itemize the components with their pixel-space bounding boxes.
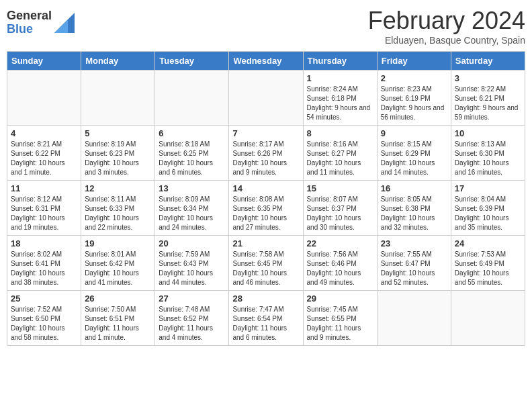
day-number: 17 [455,183,521,193]
weekday-header-friday: Friday [377,52,451,71]
day-number: 14 [232,183,299,193]
calendar-cell: 10Sunrise: 8:13 AMSunset: 6:30 PMDayligh… [451,126,525,181]
day-number: 24 [455,238,521,248]
title-area: February 2024 Elduayen, Basque Country, … [368,7,525,46]
day-number: 4 [11,128,77,138]
calendar-week-4: 18Sunrise: 8:02 AMSunset: 6:41 PMDayligh… [7,236,525,291]
day-number: 22 [307,238,373,248]
day-number: 12 [85,183,151,193]
calendar-cell [81,71,155,126]
calendar-cell [451,291,525,346]
day-info: Sunrise: 8:17 AMSunset: 6:26 PMDaylight:… [232,140,299,177]
calendar-cell: 1Sunrise: 8:24 AMSunset: 6:18 PMDaylight… [303,71,377,126]
day-number: 9 [381,128,447,138]
day-number: 13 [159,183,225,193]
day-number: 18 [11,238,77,248]
day-number: 29 [307,293,373,304]
calendar-cell: 20Sunrise: 7:59 AMSunset: 6:43 PMDayligh… [155,236,229,291]
day-info: Sunrise: 7:56 AMSunset: 6:46 PMDaylight:… [307,250,373,287]
logo-blue: Blue [7,23,52,36]
day-info: Sunrise: 7:53 AMSunset: 6:49 PMDaylight:… [455,250,521,287]
calendar-cell: 25Sunrise: 7:52 AMSunset: 6:50 PMDayligh… [7,291,81,346]
day-info: Sunrise: 8:11 AMSunset: 6:33 PMDaylight:… [85,195,151,232]
calendar-week-1: 1Sunrise: 8:24 AMSunset: 6:18 PMDaylight… [7,71,525,126]
day-number: 7 [232,128,299,138]
day-number: 27 [159,293,225,304]
calendar-week-3: 11Sunrise: 8:12 AMSunset: 6:31 PMDayligh… [7,181,525,236]
day-info: Sunrise: 7:52 AMSunset: 6:50 PMDaylight:… [11,305,77,342]
day-info: Sunrise: 7:59 AMSunset: 6:43 PMDaylight:… [159,250,225,287]
day-info: Sunrise: 8:07 AMSunset: 6:37 PMDaylight:… [307,195,373,232]
day-number: 21 [232,238,299,248]
day-number: 15 [307,183,373,193]
calendar-cell [7,71,81,126]
svg-marker-1 [54,19,68,33]
calendar-cell: 7Sunrise: 8:17 AMSunset: 6:26 PMDaylight… [229,126,303,181]
day-info: Sunrise: 8:23 AMSunset: 6:19 PMDaylight:… [381,85,447,122]
calendar-cell: 15Sunrise: 8:07 AMSunset: 6:37 PMDayligh… [303,181,377,236]
day-info: Sunrise: 8:01 AMSunset: 6:42 PMDaylight:… [85,250,151,287]
day-info: Sunrise: 7:47 AMSunset: 6:54 PMDaylight:… [232,305,299,342]
calendar-cell: 21Sunrise: 7:58 AMSunset: 6:45 PMDayligh… [229,236,303,291]
day-number: 6 [159,128,225,138]
calendar-title: February 2024 [368,7,525,35]
day-number: 23 [381,238,447,248]
day-info: Sunrise: 8:15 AMSunset: 6:29 PMDaylight:… [381,140,447,177]
calendar-cell: 18Sunrise: 8:02 AMSunset: 6:41 PMDayligh… [7,236,81,291]
logo-general: General [7,9,52,23]
day-number: 3 [455,73,521,83]
header: General Blue February 2024 Elduayen, Bas… [7,7,525,46]
calendar-cell [377,291,451,346]
day-info: Sunrise: 8:16 AMSunset: 6:27 PMDaylight:… [307,140,373,177]
calendar-cell: 23Sunrise: 7:55 AMSunset: 6:47 PMDayligh… [377,236,451,291]
day-number: 26 [85,293,151,304]
day-number: 2 [381,73,447,83]
weekday-header-thursday: Thursday [303,52,377,71]
day-number: 11 [11,183,77,193]
calendar-cell: 26Sunrise: 7:50 AMSunset: 6:51 PMDayligh… [81,291,155,346]
calendar-cell: 13Sunrise: 8:09 AMSunset: 6:34 PMDayligh… [155,181,229,236]
day-number: 5 [85,128,151,138]
day-number: 10 [455,128,521,138]
calendar-cell [229,71,303,126]
logo-icon [54,13,75,33]
day-number: 19 [85,238,151,248]
calendar-cell: 22Sunrise: 7:56 AMSunset: 6:46 PMDayligh… [303,236,377,291]
day-info: Sunrise: 7:48 AMSunset: 6:52 PMDaylight:… [159,305,225,342]
weekday-header-sunday: Sunday [7,52,81,71]
calendar-cell: 2Sunrise: 8:23 AMSunset: 6:19 PMDaylight… [377,71,451,126]
day-number: 8 [307,128,373,138]
calendar-cell: 12Sunrise: 8:11 AMSunset: 6:33 PMDayligh… [81,181,155,236]
day-info: Sunrise: 8:08 AMSunset: 6:35 PMDaylight:… [232,195,299,232]
day-info: Sunrise: 8:12 AMSunset: 6:31 PMDaylight:… [11,195,77,232]
calendar-cell: 5Sunrise: 8:19 AMSunset: 6:23 PMDaylight… [81,126,155,181]
calendar-cell: 24Sunrise: 7:53 AMSunset: 6:49 PMDayligh… [451,236,525,291]
calendar-cell: 4Sunrise: 8:21 AMSunset: 6:22 PMDaylight… [7,126,81,181]
weekday-header-monday: Monday [81,52,155,71]
day-info: Sunrise: 8:13 AMSunset: 6:30 PMDaylight:… [455,140,521,177]
day-info: Sunrise: 8:19 AMSunset: 6:23 PMDaylight:… [85,140,151,177]
calendar-cell: 29Sunrise: 7:45 AMSunset: 6:55 PMDayligh… [303,291,377,346]
day-number: 1 [307,73,373,83]
day-number: 20 [159,238,225,248]
calendar-week-5: 25Sunrise: 7:52 AMSunset: 6:50 PMDayligh… [7,291,525,346]
calendar-subtitle: Elduayen, Basque Country, Spain [368,35,525,46]
day-info: Sunrise: 8:04 AMSunset: 6:39 PMDaylight:… [455,195,521,232]
calendar-cell: 6Sunrise: 8:18 AMSunset: 6:25 PMDaylight… [155,126,229,181]
calendar-cell: 27Sunrise: 7:48 AMSunset: 6:52 PMDayligh… [155,291,229,346]
day-info: Sunrise: 7:45 AMSunset: 6:55 PMDaylight:… [307,305,373,342]
calendar-cell: 19Sunrise: 8:01 AMSunset: 6:42 PMDayligh… [81,236,155,291]
calendar-cell: 16Sunrise: 8:05 AMSunset: 6:38 PMDayligh… [377,181,451,236]
day-number: 25 [11,293,77,304]
day-info: Sunrise: 8:09 AMSunset: 6:34 PMDaylight:… [159,195,225,232]
calendar-cell: 11Sunrise: 8:12 AMSunset: 6:31 PMDayligh… [7,181,81,236]
calendar-week-2: 4Sunrise: 8:21 AMSunset: 6:22 PMDaylight… [7,126,525,181]
day-info: Sunrise: 7:50 AMSunset: 6:51 PMDaylight:… [85,305,151,342]
day-info: Sunrise: 7:55 AMSunset: 6:47 PMDaylight:… [381,250,447,287]
logo: General Blue [7,9,75,36]
day-number: 16 [381,183,447,193]
day-info: Sunrise: 8:18 AMSunset: 6:25 PMDaylight:… [159,140,225,177]
day-info: Sunrise: 7:58 AMSunset: 6:45 PMDaylight:… [232,250,299,287]
day-info: Sunrise: 8:05 AMSunset: 6:38 PMDaylight:… [381,195,447,232]
weekday-header-tuesday: Tuesday [155,52,229,71]
